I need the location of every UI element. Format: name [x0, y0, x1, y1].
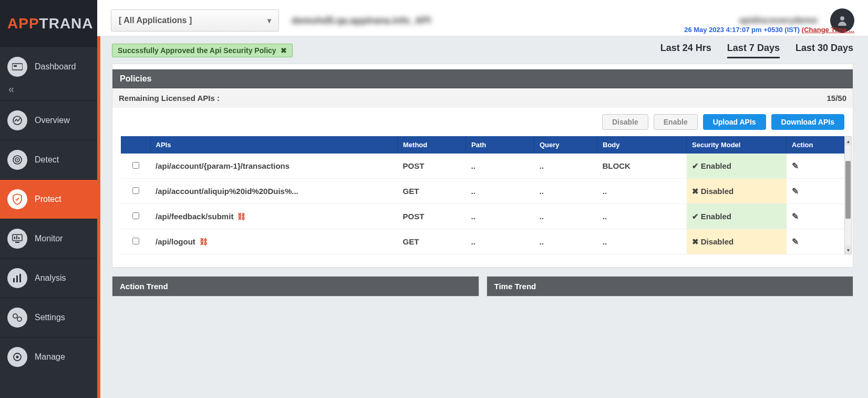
- table-scrollbar[interactable]: ▴ ▾: [844, 136, 852, 254]
- cogs-icon: [7, 308, 27, 328]
- upload-apis-button[interactable]: Upload APIs: [703, 114, 766, 130]
- application-select-label: [ All Applications ]: [119, 16, 192, 25]
- table-row: /api/account/{param-1}/transactionsPOST.…: [121, 154, 844, 179]
- edit-icon[interactable]: ✎: [792, 212, 799, 221]
- download-apis-button[interactable]: Download APIs: [771, 114, 844, 130]
- dashboard-icon: [7, 57, 27, 77]
- time-trend-heading: Time Trend: [487, 277, 853, 296]
- unlink-icon: ⛓: [237, 212, 245, 221]
- scroll-down-icon[interactable]: ▾: [845, 246, 851, 254]
- sidebar-item-label: Protect: [35, 195, 61, 204]
- cell-action: ✎: [787, 229, 844, 254]
- table-row: /api/logout⛓GET......✖ Disabled✎: [121, 229, 844, 254]
- logo-part-2: TRANA: [39, 15, 94, 32]
- license-count: 15/50: [826, 94, 846, 103]
- context-hostname-blurred: demohd5.qa.apptrana.info_API: [292, 15, 431, 26]
- svg-rect-10: [18, 237, 19, 239]
- success-toast: Succssfully Approved the Api Security Po…: [112, 44, 293, 57]
- application-select[interactable]: [ All Applications ] ▾: [111, 9, 279, 32]
- change-time-link[interactable]: (Change Time ...: [802, 26, 854, 34]
- sidebar-item-label: Analysis: [35, 273, 66, 283]
- edit-icon[interactable]: ✎: [792, 161, 799, 170]
- cell-body: ..: [597, 229, 687, 254]
- cell-security-model: ✔ Enabled: [687, 154, 787, 179]
- range-last-24hrs[interactable]: Last 24 Hrs: [660, 43, 711, 58]
- row-checkbox[interactable]: [132, 187, 139, 194]
- success-toast-text: Succssfully Approved the Api Security Po…: [118, 46, 276, 55]
- table-row: /api/feedback/submit⛓POST......✔ Enabled…: [121, 204, 844, 229]
- cell-method: POST: [398, 204, 466, 229]
- col-path: Path: [466, 136, 534, 154]
- cell-security-model: ✔ Enabled: [687, 204, 787, 229]
- sidebar-item-monitor[interactable]: Monitor: [0, 219, 97, 258]
- topbar: [ All Applications ] ▾ demohd5.qa.apptra…: [97, 0, 868, 36]
- cell-security-model: ✖ Disabled: [687, 179, 787, 204]
- col-action: Action: [787, 136, 844, 154]
- policies-card: Policies Remaining Licensed APIs : 15/50…: [112, 64, 853, 268]
- range-last-7days[interactable]: Last 7 Days: [727, 43, 780, 58]
- cell-method: GET: [398, 179, 466, 204]
- sidebar-item-protect[interactable]: Protect: [0, 179, 97, 219]
- sidebar-collapse-icon[interactable]: «: [0, 83, 97, 100]
- logo-part-1: APP: [7, 15, 39, 32]
- timestamp-text: 26 May 2023 4:17:07 pm +0530 (IST): [684, 26, 800, 34]
- cell-action: ✎: [787, 154, 844, 179]
- disable-button[interactable]: Disable: [602, 114, 648, 130]
- trend-panels: Action Trend Time Trend: [112, 276, 853, 297]
- svg-rect-11: [13, 278, 15, 282]
- svg-point-5: [17, 159, 18, 161]
- cell-query: ..: [534, 204, 597, 229]
- svg-rect-13: [19, 274, 21, 282]
- timestamp-row: 26 May 2023 4:17:07 pm +0530 (IST) (Chan…: [684, 26, 854, 34]
- svg-rect-8: [14, 237, 15, 239]
- sidebar-item-label: Detect: [35, 155, 59, 165]
- cell-path: ..: [466, 179, 534, 204]
- success-toast-close-icon[interactable]: ✖: [281, 46, 287, 55]
- subbar: Succssfully Approved the Api Security Po…: [97, 36, 868, 64]
- sidebar-item-detect[interactable]: Detect: [0, 140, 97, 179]
- cell-api: /api/account/{param-1}/transactions: [150, 154, 398, 179]
- svg-point-17: [16, 356, 19, 359]
- scroll-up-icon[interactable]: ▴: [845, 137, 851, 145]
- sidebar-item-label: Settings: [35, 313, 65, 322]
- scroll-thumb[interactable]: [845, 161, 851, 219]
- time-range-tabs: Last 24 Hrs Last 7 Days Last 30 Days: [660, 43, 853, 58]
- unlink-icon: ⛓: [200, 237, 208, 246]
- col-checkbox: [121, 136, 150, 154]
- sidebar-item-overview[interactable]: Overview: [0, 100, 97, 140]
- sidebar-item-label: Overview: [35, 116, 70, 125]
- svg-point-18: [840, 16, 844, 21]
- edit-icon[interactable]: ✎: [792, 237, 799, 246]
- policies-actions: Disable Enable Upload APIs Download APIs: [121, 108, 844, 136]
- svg-rect-12: [16, 275, 18, 282]
- svg-point-15: [17, 317, 22, 321]
- action-trend-heading: Action Trend: [112, 277, 479, 296]
- cell-api: /api/account/aliquip%20id%20Duis%...: [150, 179, 398, 204]
- enable-button[interactable]: Enable: [654, 114, 698, 130]
- col-secmodel: Security Model: [687, 136, 787, 154]
- sidebar-item-settings[interactable]: Settings: [0, 298, 97, 337]
- cell-path: ..: [466, 204, 534, 229]
- edit-icon[interactable]: ✎: [792, 187, 799, 196]
- sidebar-item-manage[interactable]: Manage: [0, 337, 97, 376]
- svg-rect-1: [14, 65, 17, 67]
- col-body: Body: [597, 136, 687, 154]
- sidebar-item-analysis[interactable]: Analysis: [0, 258, 97, 298]
- cell-query: ..: [534, 229, 597, 254]
- range-last-30days[interactable]: Last 30 Days: [795, 43, 853, 58]
- row-checkbox[interactable]: [132, 212, 139, 219]
- sidebar-item-dashboard[interactable]: Dashboard: [0, 47, 97, 86]
- overview-icon: [7, 110, 27, 130]
- sidebar-item-label: Dashboard: [35, 62, 76, 72]
- cell-action: ✎: [787, 179, 844, 204]
- svg-point-14: [13, 314, 17, 318]
- row-checkbox[interactable]: [132, 238, 139, 244]
- sidebar: APPTRANA Dashboard « Overview Detect: [0, 0, 97, 398]
- svg-rect-7: [15, 242, 19, 243]
- cell-api: /api/logout⛓: [150, 229, 398, 254]
- row-checkbox[interactable]: [132, 162, 139, 169]
- cell-action: ✎: [787, 204, 844, 229]
- svg-rect-9: [16, 236, 17, 239]
- table-row: /api/account/aliquip%20id%20Duis%...GET.…: [121, 179, 844, 204]
- cell-path: ..: [466, 154, 534, 179]
